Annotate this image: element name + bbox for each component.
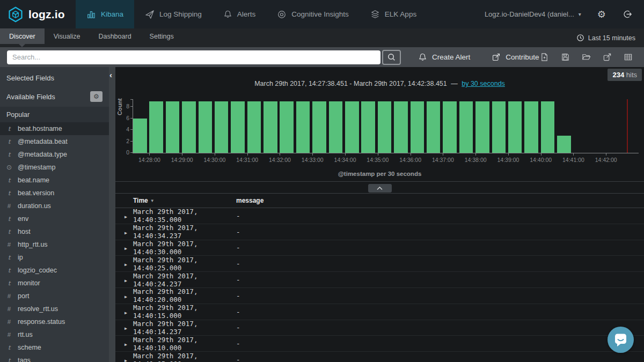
histogram-bar[interactable] — [411, 101, 425, 153]
histogram-bar[interactable] — [475, 101, 489, 153]
histogram-bar[interactable] — [133, 119, 147, 153]
open-folder-icon[interactable] — [582, 53, 591, 62]
field-item-resolve_rtt.us[interactable]: #resolve_rtt.us — [0, 302, 109, 315]
log-table: Time▼ message ▶March 29th 2017, 14:40:35… — [115, 193, 644, 362]
histogram-bar[interactable] — [149, 101, 163, 153]
expand-row-icon[interactable]: ▶ — [125, 358, 127, 362]
table-row[interactable]: ▶March 29th 2017, 14:40:20.000- — [115, 288, 644, 304]
histogram-bar[interactable] — [541, 101, 555, 153]
y-tick-mark — [130, 152, 133, 153]
nav-item-log-shipping[interactable]: Log Shipping — [134, 0, 213, 28]
expand-row-icon[interactable]: ▶ — [125, 246, 127, 251]
field-item-@metadata.beat[interactable]: t@metadata.beat — [0, 135, 109, 148]
row-time: March 29th 2017, 14:40:34.237 — [133, 224, 236, 240]
contribute-button[interactable]: Contribute — [492, 53, 539, 62]
tab-settings[interactable]: Settings — [141, 28, 183, 44]
nav-item-cognitive-insights[interactable]: Cognitive Insights — [266, 0, 360, 28]
field-item-http_rtt.us[interactable]: #http_rtt.us — [0, 238, 109, 251]
histogram-bar[interactable] — [296, 101, 310, 153]
x-tick-label: 14:40:00 — [524, 157, 558, 163]
histogram-bar[interactable] — [524, 101, 538, 153]
nav-item-kibana[interactable]: Kibana — [76, 0, 134, 28]
column-header-time[interactable]: Time▼ — [133, 197, 236, 204]
field-item-env[interactable]: tenv — [0, 212, 109, 225]
histogram-bar[interactable] — [166, 101, 180, 153]
table-row[interactable]: ▶March 29th 2017, 14:40:15.000- — [115, 304, 644, 320]
histogram-bar[interactable] — [231, 101, 245, 153]
gear-icon[interactable]: ⚙ — [597, 10, 606, 19]
histogram-bar[interactable] — [329, 101, 343, 153]
histogram-bar[interactable] — [394, 101, 408, 153]
histogram-bar[interactable] — [345, 101, 359, 153]
logout-icon[interactable] — [622, 9, 632, 19]
interval-link[interactable]: by 30 seconds — [462, 80, 505, 87]
field-item-@timestamp[interactable]: ⊙@timestamp — [0, 161, 109, 174]
search-button[interactable] — [382, 50, 401, 65]
tab-visualize[interactable]: Visualize — [45, 28, 90, 44]
histogram-bar[interactable] — [247, 101, 261, 153]
table-row[interactable]: ▶March 29th 2017, 14:40:14.237- — [115, 320, 644, 336]
field-item-logzio_codec[interactable]: tlogzio_codec — [0, 264, 109, 277]
tab-dashboard[interactable]: Dashboard — [89, 28, 140, 44]
histogram-bar[interactable] — [459, 101, 473, 153]
chat-widget-button[interactable] — [608, 327, 634, 353]
share-icon[interactable] — [603, 53, 612, 62]
table-row[interactable]: ▶March 29th 2017, 14:40:34.237- — [115, 224, 644, 240]
histogram-bar[interactable] — [199, 101, 213, 153]
table-row[interactable]: ▶March 29th 2017, 14:40:05.000- — [115, 352, 644, 362]
histogram-bar[interactable] — [312, 101, 326, 153]
histogram-bar[interactable] — [361, 101, 375, 153]
table-icon[interactable] — [624, 53, 633, 62]
tab-discover[interactable]: Discover — [0, 28, 45, 44]
collapse-chart-button[interactable] — [368, 184, 392, 193]
expand-row-icon[interactable]: ▶ — [125, 342, 127, 347]
field-settings-gear-icon[interactable]: ⚙ — [90, 91, 103, 102]
logzio-logo[interactable]: logz.io — [0, 0, 76, 28]
expand-row-icon[interactable]: ▶ — [125, 215, 127, 219]
nav-item-alerts[interactable]: Alerts — [213, 0, 267, 28]
table-row[interactable]: ▶March 29th 2017, 14:40:30.000- — [115, 240, 644, 256]
field-item-beat.name[interactable]: tbeat.name — [0, 174, 109, 187]
table-row[interactable]: ▶March 29th 2017, 14:40:24.237- — [115, 272, 644, 288]
search-input[interactable] — [7, 50, 380, 64]
create-alert-button[interactable]: Create Alert — [418, 53, 470, 62]
field-item-beat.hostname[interactable]: tbeat.hostname — [0, 122, 109, 135]
table-row[interactable]: ▶March 29th 2017, 14:40:25.000- — [115, 256, 644, 272]
histogram-bar[interactable] — [264, 101, 277, 153]
account-menu[interactable]: Logz.io-DanielDev4 (daniel... ▾ — [485, 10, 581, 18]
expand-row-icon[interactable]: ▶ — [125, 278, 127, 283]
histogram-bar[interactable] — [280, 101, 294, 153]
histogram-bar[interactable] — [557, 136, 571, 153]
field-item-scheme[interactable]: tscheme — [0, 341, 109, 354]
x-tick-mark — [378, 153, 378, 156]
new-document-icon[interactable] — [540, 53, 549, 62]
field-item-port[interactable]: #port — [0, 290, 109, 302]
histogram-bar[interactable] — [508, 101, 522, 153]
expand-row-icon[interactable]: ▶ — [125, 231, 127, 235]
expand-row-icon[interactable]: ▶ — [125, 326, 127, 331]
field-item-beat.version[interactable]: tbeat.version — [0, 187, 109, 200]
sidebar-collapse-handle[interactable]: ‹ — [109, 67, 115, 362]
field-item-rtt.us[interactable]: #rtt.us — [0, 328, 109, 341]
expand-row-icon[interactable]: ▶ — [125, 294, 127, 299]
table-row[interactable]: ▶March 29th 2017, 14:40:35.000- — [115, 208, 644, 224]
save-icon[interactable] — [561, 53, 570, 62]
field-item-monitor[interactable]: tmonitor — [0, 277, 109, 290]
histogram-bar[interactable] — [182, 101, 196, 153]
table-row[interactable]: ▶March 29th 2017, 14:40:10.000- — [115, 336, 644, 352]
histogram-bar[interactable] — [443, 101, 457, 153]
histogram-bar[interactable] — [378, 101, 392, 153]
histogram-bar[interactable] — [215, 101, 229, 153]
field-item-tags[interactable]: ttags — [0, 354, 109, 362]
time-range-picker[interactable]: Last 15 minutes — [576, 34, 644, 42]
field-item-ip[interactable]: tip — [0, 251, 109, 264]
field-item-host[interactable]: thost — [0, 225, 109, 238]
nav-item-elk-apps[interactable]: ELK Apps — [360, 0, 427, 28]
field-item-@metadata.type[interactable]: t@metadata.type — [0, 148, 109, 161]
expand-row-icon[interactable]: ▶ — [125, 311, 127, 315]
histogram-bar[interactable] — [492, 101, 506, 153]
field-item-response.status[interactable]: #response.status — [0, 315, 109, 328]
histogram-bar[interactable] — [427, 101, 441, 153]
expand-row-icon[interactable]: ▶ — [125, 262, 127, 267]
field-item-duration.us[interactable]: #duration.us — [0, 200, 109, 212]
